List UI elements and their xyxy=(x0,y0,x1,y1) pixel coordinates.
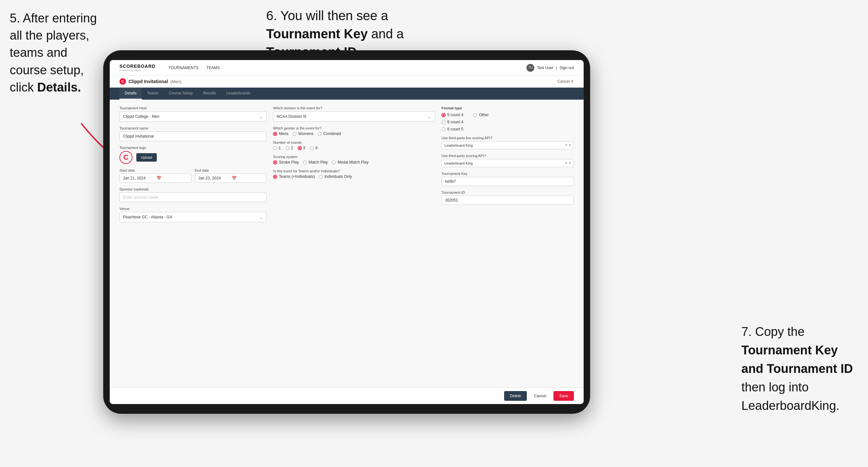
api1-clear[interactable]: ✕ xyxy=(565,143,568,147)
header-nav: TOURNAMENTS TEAMS xyxy=(168,66,517,70)
scoring-label: Scoring system xyxy=(273,155,435,159)
venue-input[interactable]: Peachtree GC - Atlanta - GA xyxy=(120,212,267,222)
api2-clear[interactable]: ✕ xyxy=(565,161,568,165)
gender-label: Which gender is the event for? xyxy=(273,126,435,130)
tab-details[interactable]: Details xyxy=(120,88,142,100)
api1-select[interactable]: Leaderboard King ✕ ▾ xyxy=(441,141,574,149)
format-section: Format type 5 count 4 6 count 4 xyxy=(441,106,574,131)
user-avatar: TU xyxy=(527,64,534,72)
annotation-top-right-line1: 6. You will then see a xyxy=(266,8,388,23)
gender-mens[interactable]: Mens xyxy=(273,131,288,136)
gender-mens-radio[interactable] xyxy=(273,132,277,136)
logo-title: SCOREBOARD xyxy=(120,64,155,69)
scoring-stroke-radio[interactable] xyxy=(273,160,277,164)
scoring-medal-match[interactable]: Medal Match Play xyxy=(332,160,368,164)
sign-out-link[interactable]: Sign out xyxy=(560,66,574,70)
tab-teams[interactable]: Teams xyxy=(142,88,164,100)
format-6count4-label: 6 count 4 xyxy=(447,120,463,124)
round-1-radio[interactable] xyxy=(273,146,277,150)
gender-combined-label: Combined xyxy=(323,131,341,136)
format-6count5-radio[interactable] xyxy=(441,127,446,131)
scoring-match[interactable]: Match Play xyxy=(303,160,328,164)
api1-dropdown[interactable]: ▾ xyxy=(569,143,571,147)
api2-dropdown[interactable]: ▾ xyxy=(569,161,571,165)
calendar-icon: 📅 xyxy=(156,176,188,181)
tab-results[interactable]: Results xyxy=(198,88,221,100)
format-other[interactable]: Other xyxy=(473,113,489,117)
tournament-host-field: Tournament Host Clippd College - Men xyxy=(120,106,267,122)
sponsor-input[interactable]: Enter sponsor name xyxy=(120,192,267,202)
round-4-label: 4 xyxy=(315,146,317,150)
round-1[interactable]: 1 xyxy=(273,146,281,150)
gender-womens[interactable]: Womens xyxy=(292,131,314,136)
scoring-stroke[interactable]: Stroke Play xyxy=(273,160,299,164)
round-4-radio[interactable] xyxy=(310,146,314,150)
api1-value: Leaderboard King xyxy=(444,144,473,147)
header-right: TU Test User | Sign out xyxy=(527,64,574,72)
format-6count4-radio[interactable] xyxy=(441,120,446,124)
api2-select[interactable]: Leaderboard King ✕ ▾ xyxy=(441,159,574,167)
separator: | xyxy=(556,66,557,70)
gender-combined-radio[interactable] xyxy=(317,132,322,136)
round-2-radio[interactable] xyxy=(285,146,289,150)
api2-controls: ✕ ▾ xyxy=(565,161,571,165)
round-3-radio[interactable] xyxy=(298,146,302,150)
gender-womens-radio[interactable] xyxy=(292,132,297,136)
tournament-host-input[interactable]: Clippd College - Men xyxy=(120,111,267,122)
format-6count5[interactable]: 6 count 5 xyxy=(441,127,463,131)
nav-teams[interactable]: TEAMS xyxy=(207,66,220,70)
gender-combined[interactable]: Combined xyxy=(317,131,341,136)
format-5count4[interactable]: 5 count 4 xyxy=(441,113,463,117)
annotation-br-line4: then log into xyxy=(741,380,809,394)
nav-tournaments[interactable]: TOURNAMENTS xyxy=(168,66,198,70)
end-date-label: End date xyxy=(195,168,267,172)
gender-womens-label: Womens xyxy=(298,131,314,136)
scoring-medal-radio[interactable] xyxy=(332,160,336,164)
division-input[interactable]: NCAA Division III xyxy=(273,111,435,122)
tournament-host-value: Clippd College - Men xyxy=(123,114,159,119)
annotation-left-line5: click xyxy=(10,81,37,94)
tournament-name-value: Clippd Invitational xyxy=(123,134,154,138)
tournament-id-value: 302051 xyxy=(441,196,574,205)
cancel-button[interactable]: Cancel ✕ xyxy=(557,79,574,84)
teams-plus-individuals[interactable]: Teams (+Individuals) xyxy=(273,174,314,179)
format-5count4-radio[interactable] xyxy=(441,113,446,117)
api2-label: Use third-party scoring API? xyxy=(441,154,574,158)
scoring-match-radio[interactable] xyxy=(303,160,307,164)
individuals-radio[interactable] xyxy=(319,175,323,179)
sponsor-placeholder: Enter sponsor name xyxy=(123,195,158,199)
delete-button[interactable]: Delete xyxy=(504,391,527,401)
scoring-medal-label: Medal Match Play xyxy=(338,160,368,164)
upload-button[interactable]: Upload xyxy=(136,153,157,162)
tournament-name-input[interactable]: Clippd Invitational xyxy=(120,131,267,141)
teams-field: Is this event for Teams and/or Individua… xyxy=(273,169,435,179)
tab-leaderboards[interactable]: Leaderboards xyxy=(221,88,255,100)
individuals-only[interactable]: Individuals Only xyxy=(319,174,352,179)
logo-preview: C xyxy=(120,151,132,164)
annotation-br-line5: LeaderboardKing. xyxy=(741,399,839,412)
end-date-input[interactable]: Jan 23, 2024 📅 xyxy=(195,174,267,183)
format-label: Format type xyxy=(441,106,574,110)
format-6count4[interactable]: 6 count 4 xyxy=(441,120,463,124)
round-3[interactable]: 3 xyxy=(298,146,306,150)
format-options-right: Other xyxy=(473,113,489,131)
logo-subtitle: Powered by clippd xyxy=(120,69,155,72)
format-other-radio[interactable] xyxy=(473,113,477,117)
right-column: Format type 5 count 4 6 count 4 xyxy=(441,106,574,385)
tournament-icon: C xyxy=(120,78,126,85)
rounds-label: Number of rounds xyxy=(273,141,435,145)
start-date-input[interactable]: Jan 21, 2024 📅 xyxy=(120,174,191,183)
round-2[interactable]: 2 xyxy=(285,146,293,150)
api2-value: Leaderboard King xyxy=(444,161,473,165)
round-4[interactable]: 4 xyxy=(310,146,317,150)
format-other-label: Other xyxy=(479,113,489,117)
api1-label: Use third-party live scoring API? xyxy=(441,136,574,140)
tab-course-setup[interactable]: Course Setup xyxy=(164,88,198,100)
save-button[interactable]: Save xyxy=(554,391,574,401)
tournament-host-label: Tournament Host xyxy=(120,106,267,110)
tab-bar: Details Teams Course Setup Results Leade… xyxy=(110,88,584,100)
footer-cancel-button[interactable]: Cancel xyxy=(530,391,550,401)
teams-radio[interactable] xyxy=(273,175,277,179)
start-date-label: Start date xyxy=(120,168,191,172)
teams-options: Teams (+Individuals) Individuals Only xyxy=(273,174,435,179)
